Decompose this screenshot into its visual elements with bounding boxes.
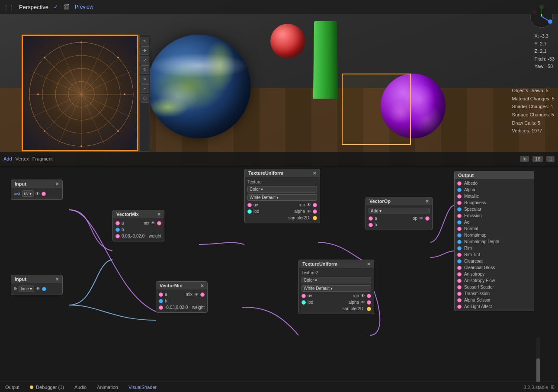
tool-pen[interactable]: ✎ [141,75,149,84]
output-socket-anisotropy-flow[interactable] [457,279,462,283]
node-canvas[interactable]: Input ✕ uv3 uv▾ 👁 Input ✕ [0,167,558,382]
output-label-alpha: Alpha [464,187,475,192]
tool-select[interactable]: ↖ [141,37,149,45]
node-tex1-lod-socket[interactable] [247,209,252,214]
toolbar-zoom[interactable]: □ [546,156,555,162]
add-button[interactable]: Add [3,156,12,161]
node-tex1-type-val: Texture [247,180,262,184]
toolbar-control1[interactable]: In [520,156,529,162]
node-tex2-default-val: White Default [304,286,330,291]
node-vectorop-a-socket[interactable] [369,216,373,221]
tab-audio[interactable]: Audio [73,385,88,390]
output-socket-specular[interactable] [457,207,462,212]
node-vectorop-op-select[interactable]: Add ▾ [369,208,430,214]
output-socket-alpha-scissor[interactable] [457,298,462,302]
tab-visual-shader[interactable]: VisualShader [127,385,158,390]
node-tex2-default-select[interactable]: White Default ▾ [301,285,371,292]
node-vectorop-op-eye[interactable]: 👁 [419,216,423,221]
node-vecmix1-weight-socket[interactable] [115,234,120,238]
node-tex1-rgb-eye[interactable]: 👁 [307,202,311,207]
node-vectorop-out-socket[interactable] [425,216,430,221]
tab-animation[interactable]: Animation [95,385,120,390]
node-input1-close[interactable]: ✕ [55,182,59,186]
tool-knife[interactable]: ✂ [141,84,149,93]
node-vecmix2-weight-socket[interactable] [159,305,163,310]
tool-rotate[interactable]: ↻ [141,65,149,74]
output-socket-subsurf[interactable] [457,285,462,289]
node-vectorop-close[interactable]: ✕ [425,199,429,204]
node-vectorop-b-socket[interactable] [369,223,373,227]
tab-output[interactable]: Output [3,385,21,390]
node-tex1-lod-row: lod alpha 👁 [247,208,317,215]
node-input1-type-select[interactable]: uv▾ [22,190,34,197]
node-tex1-rgb-socket[interactable] [313,203,317,207]
node-vecmix2-b-socket[interactable] [159,299,163,303]
node-vecmix1-close[interactable]: ✕ [157,212,160,217]
node-input2-out-socket[interactable] [42,287,46,291]
node-input2-eye-icon[interactable]: 👁 [36,286,40,291]
node-input2-type-row: flt time▾ 👁 [14,285,60,293]
output-scrollbar[interactable] [536,337,540,382]
output-socket-clearcoat-gloss[interactable] [457,266,462,270]
node-tex2-lod-socket[interactable] [301,300,306,305]
output-socket-ao[interactable] [457,220,462,225]
output-socket-anisotropy[interactable] [457,272,462,276]
output-socket-metallic[interactable] [457,194,462,199]
tab-debugger[interactable]: Debugger (1) [28,385,66,390]
node-input1-eye-icon[interactable]: 👁 [35,191,40,196]
output-socket-alpha[interactable] [457,188,462,192]
version-info: 3.2.3.stable ⊞ [523,384,555,390]
output-port-clearcoat: Clearcoat [455,258,534,264]
node-tex2-alpha-socket[interactable] [367,300,371,305]
node-vecmix2-mix-socket[interactable] [200,292,205,297]
output-socket-ao-light[interactable] [457,305,462,309]
node-input2-type-select[interactable]: time▾ [19,286,34,292]
output-socket-emission[interactable] [457,214,462,218]
output-socket-roughness[interactable] [457,201,462,205]
node-tex1-uv-socket[interactable] [247,203,252,207]
node-tex2-sampler-socket[interactable] [367,307,371,311]
node-vecmix2-close[interactable]: ✕ [200,283,204,288]
node-tex2-rgb-eye[interactable]: 👁 [361,293,365,298]
node-vecmix1-mix-socket[interactable] [157,221,161,225]
preview-button[interactable]: Preview [75,4,93,10]
node-input2-close[interactable]: ✕ [55,277,59,282]
output-socket-normal[interactable] [457,227,462,231]
node-tex1-alpha-eye[interactable]: 👁 [307,209,311,214]
output-socket-clearcoat[interactable] [457,259,462,263]
node-tex2-channel-select[interactable]: Color ▾ [301,277,371,283]
output-socket-rim[interactable] [457,246,462,251]
node-tex1-sampler-socket[interactable] [313,216,317,220]
node-vectorop-b-label: b [375,222,377,227]
node-vecmix2-mix-eye[interactable]: 👁 [194,292,199,297]
node-vecmix1-b-socket[interactable] [115,228,120,232]
tool-move[interactable]: ✥ [141,46,149,55]
toolbar-control2[interactable]: 16 [532,156,543,162]
node-tex2-rgb-socket[interactable] [367,294,371,298]
cylinder-object [313,21,338,99]
output-label-normalmap-depth: Normalmap Depth [464,239,499,244]
output-socket-transmission[interactable] [457,292,462,296]
node-vecmix1-mix-eye[interactable]: 👁 [151,221,155,225]
node-input1-out-socket[interactable] [42,192,46,196]
output-label-normalmap: Normalmap [464,233,487,238]
output-socket-rim-tint[interactable] [457,253,462,257]
node-vecmix2-a-socket[interactable] [159,292,163,297]
tool-scale[interactable]: ⤢ [141,56,149,64]
node-texuniform2-close[interactable]: ✕ [367,262,370,267]
output-scrollbar-thumb[interactable] [536,358,540,382]
output-socket-normalmap-depth[interactable] [457,240,462,244]
node-tex1-default-select[interactable]: White Default ▾ [247,194,317,201]
node-texuniform1-close[interactable]: ✕ [313,171,316,176]
layout-icon[interactable]: ⊞ [551,384,555,390]
node-vecmix1-a-socket[interactable] [115,221,120,225]
tool-bucket[interactable]: ⬡ [141,94,149,103]
node-tex2-uv-socket[interactable] [301,294,306,298]
output-socket-albedo[interactable] [457,181,462,186]
node-tex1-channel-select[interactable]: Color ▾ [247,186,317,193]
node-tex1-alpha-socket[interactable] [313,209,317,214]
node-tex2-alpha-eye[interactable]: 👁 [361,300,365,305]
output-socket-normalmap[interactable] [457,233,462,238]
node-input2-body: flt time▾ 👁 [11,283,62,295]
preview-check: ✓ [54,4,58,10]
